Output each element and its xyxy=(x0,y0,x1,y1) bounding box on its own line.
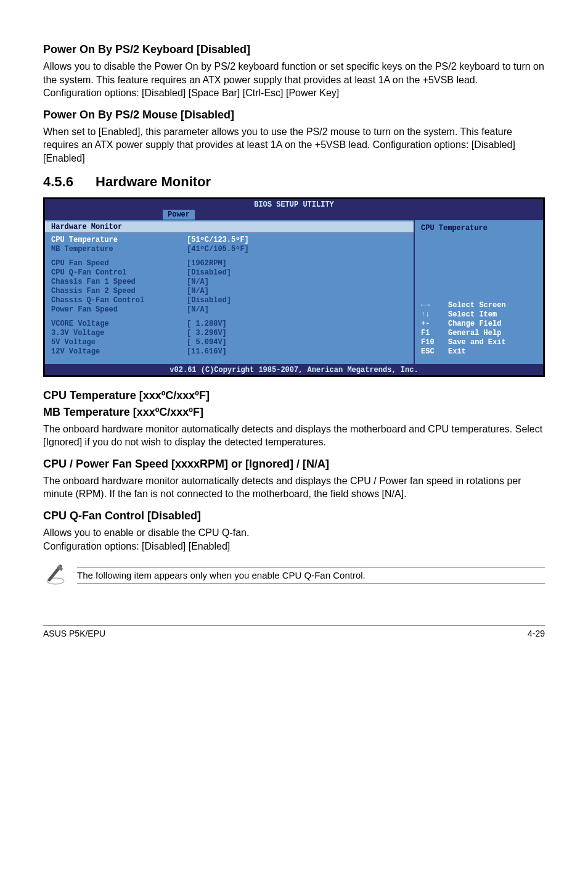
body-qfan: Allows you to enable or disable the CPU … xyxy=(43,526,545,553)
note-text: The following item appears only when you… xyxy=(77,567,545,584)
bios-label: CPU Q-Fan Control xyxy=(51,268,187,278)
text: Allows you to disable the Power On by PS… xyxy=(43,61,544,85)
bios-row[interactable]: Chassis Fan 2 Speed [N/A] xyxy=(45,287,414,296)
nav-key: F10 xyxy=(421,338,448,347)
bios-label: VCORE Voltage xyxy=(51,320,187,329)
bios-label: CPU Temperature xyxy=(51,236,187,245)
heading-ps2-keyboard: Power On By PS/2 Keyboard [Disabled] xyxy=(43,43,545,56)
heading-qfan: CPU Q-Fan Control [Disabled] xyxy=(43,510,545,522)
heading-ps2-mouse: Power On By PS/2 Mouse [Disabled] xyxy=(43,109,545,122)
bios-value: [N/A] xyxy=(187,278,209,287)
bios-row[interactable]: 5V Voltage [ 5.094V] xyxy=(45,338,414,347)
nav-key: F1 xyxy=(421,329,448,338)
note-icon xyxy=(43,561,77,588)
bios-footer: v02.61 (C)Copyright 1985-2007, American … xyxy=(45,364,543,375)
bios-row[interactable]: Chassis Q-Fan Control [Disabled] xyxy=(45,296,414,305)
body-temp: The onboard hardware monitor automatical… xyxy=(43,423,545,449)
heading-cpu-temp: CPU Temperature [xxxºC/xxxºF] xyxy=(43,389,545,402)
bios-row[interactable]: CPU Fan Speed [1962RPM] xyxy=(45,259,414,268)
footer-left: ASUS P5K/EPU xyxy=(43,629,105,638)
config-options: Configuration options: [Disabled] [Space… xyxy=(43,88,339,98)
bios-tab-row: Power xyxy=(45,209,543,220)
bios-label: Chassis Fan 1 Speed xyxy=(51,278,187,287)
nav-text: Save and Exit xyxy=(448,338,506,347)
body-ps2-mouse: When set to [Enabled], this parameter al… xyxy=(43,125,545,165)
footer-right: 4-29 xyxy=(528,629,545,638)
nav-text: Select Screen xyxy=(448,301,506,310)
nav-text: Change Field xyxy=(448,320,501,329)
bios-help-text: CPU Temperature xyxy=(421,224,537,233)
bios-value: [11.616V] xyxy=(187,347,227,357)
text: Allows you to enable or disable the CPU … xyxy=(43,527,249,538)
bios-value: [ 3.296V] xyxy=(187,329,227,338)
bios-row[interactable]: Chassis Fan 1 Speed [N/A] xyxy=(45,278,414,287)
bios-label: Power Fan Speed xyxy=(51,305,187,315)
bios-tab-power[interactable]: Power xyxy=(162,209,195,220)
nav-text: Exit xyxy=(448,347,466,357)
heading-fan-speed: CPU / Power Fan Speed [xxxxRPM] or [Igno… xyxy=(43,458,545,471)
bios-left-pane: Hardware Monitor CPU Temperature [51ºC/1… xyxy=(45,220,414,364)
bios-value: [ 5.094V] xyxy=(187,338,227,347)
section-title: Hardware Monitor xyxy=(96,174,211,189)
bios-value: [1962RPM] xyxy=(187,259,227,268)
heading-mb-temp: MB Temperature [xxxºC/xxxºF] xyxy=(43,406,545,419)
bios-value: [51ºC/123.5ºF] xyxy=(187,236,249,245)
bios-label: 12V Voltage xyxy=(51,347,187,357)
bios-value: [ 1.288V] xyxy=(187,320,227,329)
nav-key: ↑↓ xyxy=(421,310,448,320)
nav-text: General Help xyxy=(448,329,501,338)
bios-screenshot: BIOS SETUP UTILITY Power Hardware Monito… xyxy=(43,197,545,377)
bios-value: [Disabled] xyxy=(187,296,231,305)
bios-value: [41ºC/105.5ºF] xyxy=(187,245,249,254)
bios-row-mb-temp[interactable]: MB Temperature [41ºC/105.5ºF] xyxy=(45,245,414,254)
bios-group-title: Hardware Monitor xyxy=(45,221,414,233)
config-options: Configuration options: [Disabled] [Enabl… xyxy=(43,541,230,551)
bios-row[interactable]: 12V Voltage [11.616V] xyxy=(45,347,414,357)
body-ps2-keyboard: Allows you to disable the Power On by PS… xyxy=(43,60,545,100)
bios-label: CPU Fan Speed xyxy=(51,259,187,268)
body-fan-speed: The onboard hardware monitor automatical… xyxy=(43,474,545,501)
section-number: 4.5.6 xyxy=(43,174,73,190)
bios-value: [N/A] xyxy=(187,287,209,296)
nav-key: ESC xyxy=(421,347,448,357)
bios-row-cpu-temp[interactable]: CPU Temperature [51ºC/123.5ºF] xyxy=(45,236,414,245)
nav-key: ←→ xyxy=(421,301,448,310)
bios-right-pane: CPU Temperature ←→Select Screen ↑↓Select… xyxy=(414,220,543,364)
bios-value: [N/A] xyxy=(187,305,209,315)
bios-label: 5V Voltage xyxy=(51,338,187,347)
bios-value: [Disabled] xyxy=(187,268,231,278)
bios-nav-help: ←→Select Screen ↑↓Select Item +- Change … xyxy=(421,301,537,357)
nav-text: Select Item xyxy=(448,310,497,320)
bios-title: BIOS SETUP UTILITY xyxy=(45,199,543,209)
section-heading: 4.5.6 Hardware Monitor xyxy=(43,174,545,190)
bios-row[interactable]: VCORE Voltage [ 1.288V] xyxy=(45,320,414,329)
bios-row[interactable]: 3.3V Voltage [ 3.296V] xyxy=(45,329,414,338)
bios-label: Chassis Fan 2 Speed xyxy=(51,287,187,296)
bios-label: MB Temperature xyxy=(51,245,187,254)
bios-row[interactable]: Power Fan Speed [N/A] xyxy=(45,305,414,315)
bios-label: Chassis Q-Fan Control xyxy=(51,296,187,305)
page-footer: ASUS P5K/EPU 4-29 xyxy=(43,625,545,638)
bios-label: 3.3V Voltage xyxy=(51,329,187,338)
bios-row[interactable]: CPU Q-Fan Control [Disabled] xyxy=(45,268,414,278)
nav-key: +- xyxy=(421,320,448,329)
